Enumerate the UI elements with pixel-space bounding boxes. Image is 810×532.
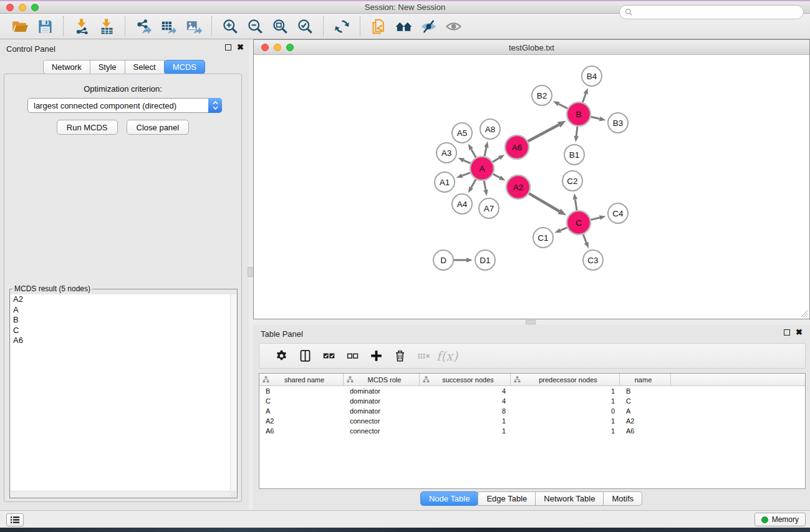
- export-image-icon[interactable]: [181, 15, 206, 37]
- table-row[interactable]: Cdominator41C: [259, 396, 805, 406]
- table-row[interactable]: Adominator80A: [259, 406, 805, 416]
- task-history-button[interactable]: [6, 513, 24, 526]
- float-panel-icon[interactable]: [225, 44, 231, 51]
- import-network-icon[interactable]: [69, 15, 94, 37]
- show-eye-icon[interactable]: [441, 15, 466, 37]
- add-icon[interactable]: [364, 346, 388, 367]
- cell-successor-nodes[interactable]: 1: [420, 416, 511, 426]
- edge-B-B4[interactable]: [583, 94, 586, 102]
- edge-A-A3[interactable]: [463, 160, 470, 163]
- cell-name[interactable]: A: [620, 406, 671, 416]
- dropdown-stepper-icon[interactable]: [208, 98, 222, 113]
- edge-C-C4[interactable]: [591, 218, 599, 220]
- network-window-titlebar[interactable]: testGlobe.txt: [254, 40, 809, 55]
- edge-A-A8[interactable]: [485, 147, 486, 156]
- search-box[interactable]: [619, 5, 804, 19]
- tab-style[interactable]: Style: [90, 60, 125, 74]
- column-icon[interactable]: [293, 346, 317, 367]
- cell-mcds-role[interactable]: connector: [344, 426, 420, 436]
- close-panel-button[interactable]: Close panel: [127, 120, 190, 135]
- cell-predecessor-nodes[interactable]: 1: [511, 396, 620, 406]
- tab-network-table[interactable]: Network Table: [535, 491, 604, 506]
- open-file-icon[interactable]: [7, 15, 32, 37]
- column-header-mcds-role[interactable]: MCDS role: [344, 374, 420, 385]
- node-table[interactable]: shared nameMCDS rolesuccessor nodesprede…: [259, 373, 806, 489]
- memory-button[interactable]: Memory: [755, 513, 806, 526]
- column-header-name[interactable]: name: [620, 374, 671, 385]
- table-header-row[interactable]: shared nameMCDS rolesuccessor nodesprede…: [259, 374, 805, 386]
- cell-shared-name[interactable]: A2: [259, 416, 344, 426]
- cell-predecessor-nodes[interactable]: 1: [511, 386, 620, 396]
- edge-C-C1[interactable]: [561, 228, 567, 231]
- cell-shared-name[interactable]: B: [259, 386, 344, 396]
- resize-grip-icon[interactable]: [800, 309, 808, 317]
- edge-A-A1[interactable]: [462, 173, 470, 176]
- edge-C-C2[interactable]: [575, 200, 577, 211]
- refresh-icon[interactable]: [329, 15, 354, 37]
- edge-A-A6[interactable]: [493, 158, 499, 162]
- cell-successor-nodes[interactable]: 8: [420, 406, 511, 416]
- cell-name[interactable]: C: [620, 396, 671, 406]
- cell-shared-name[interactable]: A: [259, 406, 344, 416]
- edge-A2-C[interactable]: [529, 193, 559, 211]
- export-table-icon[interactable]: [156, 15, 181, 37]
- edge-B-B3[interactable]: [591, 117, 600, 118]
- column-header-predecessor-nodes[interactable]: predecessor nodes: [511, 374, 620, 385]
- export-network-icon[interactable]: [131, 15, 156, 37]
- edge-A-A7[interactable]: [484, 181, 486, 190]
- table-body[interactable]: Bdominator41BCdominator41CAdominator80AA…: [259, 386, 805, 436]
- table-settings-gear-icon[interactable]: [269, 346, 293, 367]
- vertical-scrollbar[interactable]: [230, 294, 236, 491]
- zoom-out-icon[interactable]: [243, 15, 268, 37]
- delete-icon[interactable]: [388, 346, 412, 367]
- horizontal-splitter-handle[interactable]: [526, 320, 536, 324]
- tab-motifs[interactable]: Motifs: [603, 491, 642, 506]
- edge-B-B2[interactable]: [559, 104, 567, 109]
- table-row[interactable]: A6connector11A6: [259, 426, 805, 436]
- network-file-icon[interactable]: [366, 15, 391, 37]
- horizontal-scrollbar[interactable]: [11, 491, 230, 497]
- close-panel-icon[interactable]: ✖: [237, 44, 244, 51]
- cell-mcds-role[interactable]: dominator: [344, 386, 420, 396]
- deselect-all-rows-icon[interactable]: [340, 346, 364, 367]
- cell-mcds-role[interactable]: connector: [344, 416, 420, 426]
- save-session-icon[interactable]: [32, 15, 57, 37]
- cell-successor-nodes[interactable]: 4: [420, 386, 511, 396]
- edge-B-B1[interactable]: [576, 127, 577, 136]
- column-header-successor-nodes[interactable]: successor nodes: [420, 374, 511, 385]
- hide-eye-icon[interactable]: [416, 15, 441, 37]
- close-table-panel-icon[interactable]: ✖: [796, 329, 803, 336]
- edge-C-C3[interactable]: [583, 235, 586, 243]
- mcds-result-item[interactable]: C: [11, 326, 230, 336]
- float-table-panel-icon[interactable]: [784, 329, 790, 336]
- cell-shared-name[interactable]: A6: [259, 426, 344, 436]
- cell-predecessor-nodes[interactable]: 0: [511, 406, 620, 416]
- select-all-rows-icon[interactable]: [317, 346, 340, 367]
- edge-A-A2[interactable]: [493, 174, 500, 178]
- edge-A-A4[interactable]: [471, 179, 476, 187]
- tab-node-table[interactable]: Node Table: [420, 491, 479, 506]
- cell-name[interactable]: B: [620, 386, 671, 396]
- cell-mcds-role[interactable]: dominator: [344, 406, 420, 416]
- edge-A6-B[interactable]: [528, 125, 559, 142]
- network-canvas[interactable]: AA1A2A3A4A5A6A7A8BB1B2B3B4CC1C2C3C4DD1: [254, 55, 809, 319]
- cell-name[interactable]: A6: [620, 426, 671, 436]
- cell-predecessor-nodes[interactable]: 1: [511, 426, 620, 436]
- tab-select[interactable]: Select: [125, 60, 165, 74]
- table-row[interactable]: Bdominator41B: [259, 386, 805, 396]
- tab-mcds[interactable]: MCDS: [164, 60, 205, 74]
- tab-network[interactable]: Network: [43, 60, 90, 74]
- zoom-in-icon[interactable]: [218, 15, 243, 37]
- search-input[interactable]: [633, 7, 803, 18]
- cell-name[interactable]: A2: [620, 416, 671, 426]
- import-table-icon[interactable]: [94, 15, 119, 37]
- mcds-result-item[interactable]: B: [11, 315, 230, 326]
- mcds-result-list[interactable]: A2ABCA6: [11, 294, 230, 491]
- run-mcds-button[interactable]: Run MCDS: [57, 120, 118, 135]
- zoom-fit-icon[interactable]: [268, 15, 292, 37]
- cell-successor-nodes[interactable]: 1: [420, 426, 511, 436]
- cell-mcds-role[interactable]: dominator: [344, 396, 420, 406]
- cell-successor-nodes[interactable]: 4: [420, 396, 511, 406]
- mcds-result-item[interactable]: A6: [11, 336, 230, 346]
- column-header-shared-name[interactable]: shared name: [259, 374, 344, 385]
